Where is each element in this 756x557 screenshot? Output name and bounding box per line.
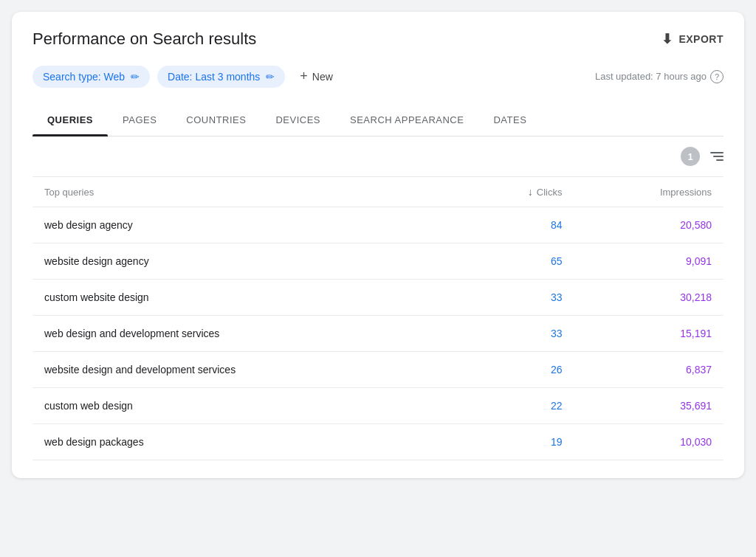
query-cell: web design agency (32, 207, 458, 243)
last-updated-text: Last updated: 7 hours ago (595, 71, 707, 82)
main-container: Performance on Search results ⬇ EXPORT S… (12, 12, 744, 478)
table-row[interactable]: custom web design2235,691 (32, 388, 724, 424)
sort-filter-button[interactable] (710, 152, 724, 161)
page-title: Performance on Search results (32, 30, 256, 49)
header-row: Performance on Search results ⬇ EXPORT (32, 30, 724, 49)
clicks-cell: 22 (458, 388, 574, 424)
filter-row: Search type: Web ✏ Date: Last 3 months ✏… (32, 63, 724, 89)
query-cell: website design agency (32, 243, 458, 280)
clicks-cell: 33 (458, 316, 574, 352)
queries-table: Top queries ↓ Clicks Impressions web des… (32, 177, 724, 460)
date-label: Date: Last 3 months (168, 71, 260, 83)
query-cell: custom website design (32, 280, 458, 316)
plus-icon: + (300, 69, 308, 84)
clicks-cell: 84 (458, 207, 574, 243)
table-row[interactable]: web design packages1910,030 (32, 424, 724, 460)
impressions-cell: 35,691 (574, 388, 724, 424)
sort-bar: 1 (32, 136, 724, 177)
col-clicks-header[interactable]: ↓ Clicks (458, 177, 574, 207)
clicks-cell: 26 (458, 352, 574, 388)
clicks-cell: 19 (458, 424, 574, 460)
query-cell: web design packages (32, 424, 458, 460)
export-icon: ⬇ (662, 31, 673, 47)
col-impressions-header: Impressions (574, 177, 724, 207)
table-row[interactable]: custom website design3330,218 (32, 280, 724, 316)
impressions-cell: 9,091 (574, 243, 724, 280)
date-filter[interactable]: Date: Last 3 months ✏ (157, 66, 285, 88)
table-body: web design agency8420,580website design … (32, 207, 724, 460)
impressions-cell: 15,191 (574, 316, 724, 352)
table-header-row: Top queries ↓ Clicks Impressions (32, 177, 724, 207)
clicks-cell: 33 (458, 280, 574, 316)
query-cell: website design and development services (32, 352, 458, 388)
export-label: EXPORT (678, 33, 724, 45)
table-row[interactable]: website design agency659,091 (32, 243, 724, 280)
help-icon[interactable]: ? (710, 70, 724, 83)
search-type-label: Search type: Web (43, 71, 125, 83)
last-updated: Last updated: 7 hours ago ? (595, 70, 724, 83)
new-label: New (312, 71, 333, 83)
table-row[interactable]: web design agency8420,580 (32, 207, 724, 243)
table-row[interactable]: web design and development services3315,… (32, 316, 724, 352)
tab-queries[interactable]: QUERIES (32, 104, 108, 136)
sort-arrow-icon: ↓ (528, 186, 533, 198)
clicks-cell: 65 (458, 243, 574, 280)
query-cell: web design and development services (32, 316, 458, 352)
tabs-bar: QUERIES PAGES COUNTRIES DEVICES SEARCH A… (32, 104, 724, 136)
sort-lines-icon (710, 152, 724, 161)
table-row[interactable]: website design and development services2… (32, 352, 724, 388)
edit-icon: ✏ (131, 71, 140, 83)
tab-dates[interactable]: DATES (478, 104, 541, 136)
tab-search-appearance[interactable]: SEARCH APPEARANCE (335, 104, 478, 136)
query-cell: custom web design (32, 388, 458, 424)
impressions-cell: 30,218 (574, 280, 724, 316)
col-query-header: Top queries (32, 177, 458, 207)
tab-devices[interactable]: DEVICES (261, 104, 335, 136)
filter-count-badge[interactable]: 1 (681, 147, 700, 166)
impressions-cell: 20,580 (574, 207, 724, 243)
new-filter-button[interactable]: + New (292, 63, 340, 89)
export-button[interactable]: ⬇ EXPORT (662, 31, 724, 47)
edit-icon-date: ✏ (266, 71, 275, 83)
impressions-cell: 6,837 (574, 352, 724, 388)
tab-pages[interactable]: PAGES (108, 104, 171, 136)
search-type-filter[interactable]: Search type: Web ✏ (32, 66, 150, 88)
impressions-cell: 10,030 (574, 424, 724, 460)
tab-countries[interactable]: COUNTRIES (171, 104, 261, 136)
